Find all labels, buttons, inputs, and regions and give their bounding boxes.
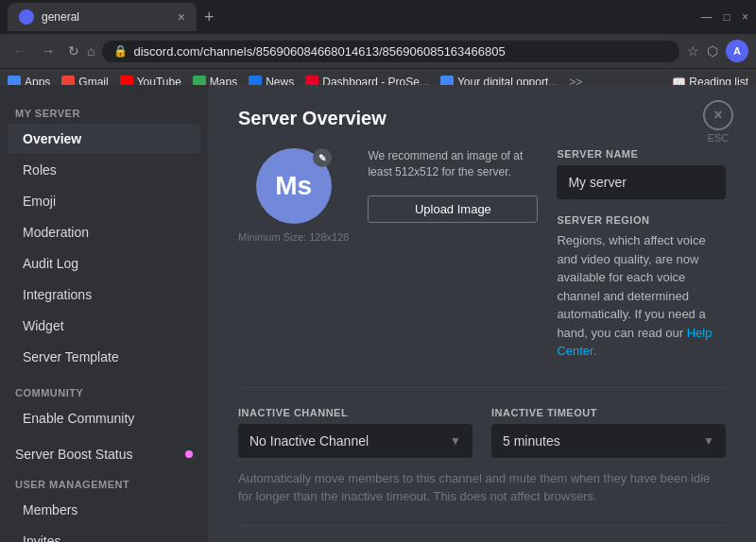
sidebar-item-emoji-label: Emoji <box>23 194 56 209</box>
sidebar-item-members[interactable]: Members <box>8 495 200 525</box>
community-label: COMMUNITY <box>0 380 208 402</box>
tab-favicon <box>19 9 34 25</box>
new-tab-button[interactable]: + <box>204 8 215 27</box>
lock-icon: 🔒 <box>113 44 128 58</box>
sidebar-item-integrations-label: Integrations <box>23 287 92 302</box>
inactive-timeout-label: INACTIVE TIMEOUT <box>491 407 726 418</box>
profile-avatar[interactable]: A <box>726 40 748 62</box>
server-boost-label: Server Boost Status <box>15 447 133 462</box>
inactive-channel-arrow-icon: ▼ <box>450 434 461 448</box>
sidebar: MY SERVER Overview Roles Emoji Moderatio… <box>0 85 208 542</box>
address-bar[interactable]: 🔒 discord.com/channels/85690608466801461… <box>102 41 679 62</box>
url-text: discord.com/channels/856906084668014613/… <box>133 44 505 59</box>
minimize-button[interactable]: — <box>701 10 713 24</box>
inactive-channel-value: No Inactive Channel <box>249 433 369 449</box>
inactive-timeout-arrow-icon: ▼ <box>703 434 714 448</box>
sidebar-item-moderation-label: Moderation <box>23 225 89 240</box>
boost-dot-icon <box>185 450 193 458</box>
sidebar-item-integrations[interactable]: Integrations <box>8 279 200 310</box>
tab-close-button[interactable]: × <box>178 9 185 25</box>
server-name-label: SERVER NAME <box>557 148 726 160</box>
tab-title: general <box>42 10 170 24</box>
star-icon[interactable]: ☆ <box>687 43 699 59</box>
window-close-button[interactable]: × <box>742 10 748 24</box>
refresh-button[interactable]: ↻ <box>68 43 79 59</box>
sidebar-item-audit-log[interactable]: Audit Log <box>8 248 200 279</box>
server-icon-initials: Ms <box>275 171 312 201</box>
maximize-button[interactable]: □ <box>724 10 730 24</box>
server-icon-upload-area: We recommend an image of at least 512x51… <box>368 148 538 223</box>
my-server-section: MY SERVER Overview Roles Emoji Moderatio… <box>0 100 208 372</box>
inactive-channel-col: INACTIVE CHANNEL No Inactive Channel ▼ <box>238 407 472 458</box>
back-button[interactable]: ← <box>8 42 32 60</box>
sidebar-item-enable-community[interactable]: Enable Community <box>8 403 200 433</box>
page-title: Server Overview <box>238 108 726 129</box>
sidebar-item-roles[interactable]: Roles <box>8 155 200 185</box>
divider-1 <box>238 387 726 388</box>
sidebar-item-server-template[interactable]: Server Template <box>8 342 200 372</box>
server-region-desc: Regions, which affect voice and video qu… <box>557 231 726 361</box>
sidebar-item-moderation[interactable]: Moderation <box>8 217 200 247</box>
esc-x-char: × <box>713 107 722 124</box>
inactive-row: INACTIVE CHANNEL No Inactive Channel ▼ I… <box>238 407 726 458</box>
inactive-timeout-col: INACTIVE TIMEOUT 5 minutes ▼ <box>491 407 726 458</box>
server-icon-area: Ms ✎ Minimum Size: 128x128 <box>238 148 349 243</box>
sidebar-item-widget-label: Widget <box>23 318 64 333</box>
server-icon-minimum-label: Minimum Size: 128x128 <box>238 231 349 243</box>
inactive-channel-label: INACTIVE CHANNEL <box>238 407 472 418</box>
nav-actions: ☆ ⬡ A <box>687 40 748 62</box>
server-boost-row[interactable]: Server Boost Status <box>15 447 193 462</box>
user-management-section: USER MANAGEMENT Members Invites Bans <box>0 471 208 542</box>
inactive-timeout-value: 5 minutes <box>503 433 560 449</box>
sidebar-item-server-template-label: Server Template <box>23 349 119 364</box>
server-region-section: SERVER REGION Regions, which affect voic… <box>557 214 726 361</box>
community-section: COMMUNITY Enable Community <box>0 380 208 433</box>
sidebar-item-audit-label: Audit Log <box>23 256 78 271</box>
extensions-icon[interactable]: ⬡ <box>707 43 718 59</box>
sidebar-item-community-label: Enable Community <box>23 411 134 426</box>
esc-label: ESC <box>708 132 730 144</box>
sidebar-item-overview-label: Overview <box>23 131 81 146</box>
server-overview-row: Ms ✎ Minimum Size: 128x128 We recommend … <box>238 148 726 364</box>
forward-button[interactable]: → <box>36 42 60 60</box>
home-button[interactable]: ⌂ <box>87 43 94 59</box>
sidebar-item-roles-label: Roles <box>23 162 57 178</box>
server-icon-recommendation: We recommend an image of at least 512x51… <box>368 148 538 180</box>
main-content: × ESC Server Overview Ms ✎ Minimum Size:… <box>208 85 756 542</box>
server-region-label: SERVER REGION <box>557 214 726 226</box>
sidebar-item-invites-label: Invites <box>23 534 60 542</box>
server-icon: Ms ✎ <box>256 148 332 224</box>
inactive-timeout-dropdown[interactable]: 5 minutes ▼ <box>491 424 726 458</box>
server-fields: SERVER NAME SERVER REGION Regions, which… <box>557 148 726 364</box>
inactive-help-text: Automatically move members to this chann… <box>238 469 726 506</box>
my-server-label: MY SERVER <box>0 100 208 123</box>
edit-pencil-icon: ✎ <box>318 153 326 163</box>
sidebar-item-members-label: Members <box>23 502 77 517</box>
upload-image-button[interactable]: Upload Image <box>368 195 538 223</box>
inactive-channel-dropdown[interactable]: No Inactive Channel ▼ <box>238 424 472 458</box>
browser-tab[interactable]: general × <box>8 3 197 31</box>
esc-button[interactable]: × ESC <box>703 100 733 144</box>
sidebar-item-invites[interactable]: Invites <box>8 526 200 542</box>
edit-icon-button[interactable]: ✎ <box>313 148 332 167</box>
esc-circle-icon: × <box>703 100 733 130</box>
server-name-input[interactable] <box>557 165 726 199</box>
sidebar-item-widget[interactable]: Widget <box>8 311 200 341</box>
server-boost-section: Server Boost Status <box>8 441 200 467</box>
nav-arrows: ← → <box>8 42 60 60</box>
sidebar-item-overview[interactable]: Overview <box>8 124 200 154</box>
divider-2 <box>238 525 726 526</box>
user-management-label: USER MANAGEMENT <box>0 471 208 494</box>
sidebar-item-emoji[interactable]: Emoji <box>8 186 200 216</box>
svg-point-0 <box>21 11 32 23</box>
window-controls: — □ × <box>701 10 748 24</box>
